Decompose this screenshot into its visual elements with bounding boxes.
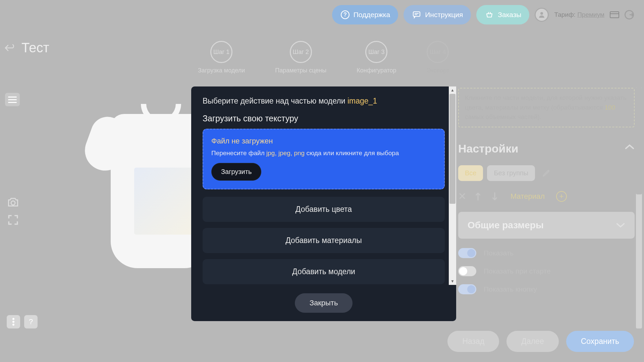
upload-button[interactable]: Загрузить: [211, 163, 261, 181]
modal-title-text: Выберите действие над частью модели: [203, 97, 347, 105]
modal-title: Выберите действие над частью модели imag…: [203, 97, 445, 106]
modal: Выберите действие над частью модели imag…: [191, 86, 456, 321]
modal-body: Выберите действие над частью модели imag…: [191, 86, 456, 285]
dropzone-status: Файл не загружен: [211, 137, 436, 145]
add-models-button[interactable]: Добавить модели: [203, 259, 445, 284]
dropzone-hint: Перенесите файл jpg, jpeg, png сюда или …: [211, 149, 436, 157]
add-materials-button[interactable]: Добавить материалы: [203, 228, 445, 253]
upload-dropzone[interactable]: Файл не загружен Перенесите файл jpg, jp…: [203, 129, 445, 189]
modal-footer: Закрыть: [191, 285, 456, 321]
modal-subtitle: Загрузить свою текстуру: [203, 114, 445, 123]
modal-overlay: Выберите действие над частью модели imag…: [0, 0, 644, 362]
scroll-down-icon[interactable]: ▼: [449, 278, 456, 285]
scroll-up-icon[interactable]: ▲: [449, 86, 456, 94]
close-button[interactable]: Закрыть: [295, 293, 353, 313]
add-colors-button[interactable]: Добавить цвета: [203, 197, 445, 222]
modal-title-model: image_1: [347, 97, 377, 105]
modal-scrollbar[interactable]: ▲ ▼: [449, 86, 456, 285]
